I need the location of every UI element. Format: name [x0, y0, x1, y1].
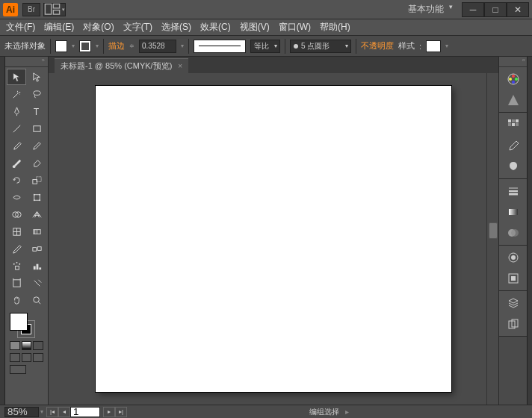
workspace-dropdown[interactable]: 基本功能	[402, 1, 456, 17]
prev-artboard-button[interactable]: ◂	[58, 407, 70, 417]
perspective-grid-tool[interactable]	[27, 206, 46, 222]
close-button[interactable]: ✕	[507, 2, 529, 17]
svg-rect-45	[508, 123, 511, 126]
stroke-swatch[interactable]	[79, 40, 91, 52]
swatches-panel-icon[interactable]	[501, 114, 526, 135]
svg-rect-43	[512, 119, 515, 122]
opacity-label[interactable]: 不透明度	[361, 40, 394, 52]
minimize-button[interactable]: ─	[462, 2, 484, 17]
style-swatch[interactable]	[426, 40, 441, 52]
fill-swatch[interactable]	[55, 40, 67, 52]
fill-stroke-picker[interactable]	[10, 313, 35, 338]
stroke-profile-preview[interactable]	[194, 40, 246, 53]
profile-dropdown[interactable]: 等比	[250, 40, 280, 53]
direct-selection-tool[interactable]	[27, 69, 46, 85]
maximize-button[interactable]: □	[484, 2, 507, 17]
right-panel-tab[interactable]: «	[499, 57, 528, 67]
pen-tool[interactable]	[7, 103, 26, 119]
tools-panel: » T	[5, 57, 49, 405]
menu-effect[interactable]: 效果(C)	[200, 21, 231, 34]
tools-panel-tab[interactable]: »	[5, 57, 48, 67]
brushes-panel-icon[interactable]	[501, 135, 526, 156]
hand-tool[interactable]	[7, 292, 26, 308]
menu-select[interactable]: 选择(S)	[161, 21, 191, 34]
zoom-tool[interactable]	[27, 292, 46, 308]
menu-window[interactable]: 窗口(W)	[279, 21, 311, 34]
menu-file[interactable]: 文件(F)	[6, 21, 35, 34]
svg-point-27	[16, 261, 17, 263]
menu-help[interactable]: 帮助(H)	[320, 21, 350, 34]
arrange-docs-button[interactable]: ▾	[43, 3, 66, 16]
none-mode-btn[interactable]	[33, 341, 43, 350]
column-graph-tool[interactable]	[27, 258, 46, 274]
svg-text:T: T	[33, 107, 39, 117]
rotate-tool[interactable]	[7, 172, 26, 188]
right-dock-edge[interactable]	[527, 57, 532, 405]
gradient-mode-btn[interactable]	[22, 341, 32, 350]
stroke-panel-icon[interactable]	[501, 181, 526, 202]
screen-mode-btn[interactable]	[10, 365, 26, 374]
eyedropper-tool[interactable]	[7, 240, 26, 257]
color-guide-panel-icon[interactable]	[501, 90, 526, 110]
svg-point-39	[515, 78, 518, 81]
fill-color[interactable]	[10, 313, 28, 331]
eraser-tool[interactable]	[27, 155, 46, 171]
mesh-tool[interactable]	[7, 223, 26, 240]
last-artboard-button[interactable]: ▸|	[115, 407, 127, 417]
artboard-tool[interactable]	[7, 275, 26, 291]
stroke-label[interactable]: 描边	[108, 40, 125, 52]
rectangle-tool[interactable]	[27, 120, 46, 137]
zoom-input[interactable]	[4, 407, 39, 417]
blend-tool[interactable]	[27, 240, 46, 257]
menubar: 文件(F) 编辑(E) 对象(O) 文字(T) 选择(S) 效果(C) 视图(V…	[0, 19, 532, 36]
draw-behind-btn[interactable]	[22, 353, 32, 362]
graphic-styles-panel-icon[interactable]	[501, 268, 526, 289]
selection-tool[interactable]	[7, 69, 26, 85]
scale-tool[interactable]	[27, 172, 46, 188]
type-tool[interactable]: T	[27, 103, 46, 119]
color-panel-icon[interactable]	[501, 69, 526, 90]
next-artboard-button[interactable]: ▸	[103, 407, 115, 417]
slice-tool[interactable]	[27, 275, 46, 291]
gradient-panel-icon[interactable]	[501, 202, 526, 222]
document-tab-close[interactable]: ×	[178, 62, 182, 70]
line-tool[interactable]	[7, 120, 26, 137]
magic-wand-tool[interactable]	[7, 86, 26, 102]
symbols-panel-icon[interactable]	[501, 156, 526, 177]
gradient-tool[interactable]	[27, 223, 46, 240]
svg-rect-29	[33, 266, 35, 269]
blob-brush-tool[interactable]	[7, 155, 26, 171]
menu-type[interactable]: 文字(T)	[123, 21, 152, 34]
color-mode-btn[interactable]	[10, 341, 20, 350]
first-artboard-button[interactable]: |◂	[46, 407, 58, 417]
stroke-weight-input[interactable]	[139, 40, 176, 53]
canvas-area[interactable]	[49, 73, 498, 405]
left-dock-edge[interactable]	[0, 57, 5, 405]
document-tab-title: 未标题-1 @ 85% (CMYK/预览)	[61, 60, 172, 72]
selection-label: 未选择对象	[4, 40, 46, 52]
vertical-scrollbar-thumb[interactable]	[489, 222, 498, 239]
status-menu-button[interactable]: ▸	[345, 408, 356, 416]
vertical-scrollbar[interactable]	[486, 73, 498, 405]
menu-edit[interactable]: 编辑(E)	[44, 21, 74, 34]
artboard-number-input[interactable]	[70, 407, 100, 417]
lasso-tool[interactable]	[27, 86, 46, 102]
artboards-panel-icon[interactable]	[501, 314, 526, 334]
draw-inside-btn[interactable]	[33, 353, 43, 362]
free-transform-tool[interactable]	[27, 189, 46, 205]
draw-normal-btn[interactable]	[10, 353, 20, 362]
appearance-panel-icon[interactable]	[501, 247, 526, 268]
paintbrush-tool[interactable]	[7, 137, 26, 154]
symbol-sprayer-tool[interactable]	[7, 258, 26, 274]
layers-panel-icon[interactable]	[501, 293, 526, 314]
document-tab[interactable]: 未标题-1 @ 85% (CMYK/预览) ×	[55, 58, 188, 73]
shape-builder-tool[interactable]	[7, 206, 26, 222]
transparency-panel-icon[interactable]	[501, 222, 526, 243]
menu-object[interactable]: 对象(O)	[83, 21, 114, 34]
artboard[interactable]	[96, 86, 451, 392]
brush-dropdown[interactable]: 5 点圆形	[290, 40, 351, 53]
menu-view[interactable]: 视图(V)	[240, 21, 270, 34]
bridge-button[interactable]: Br	[22, 3, 40, 16]
width-tool[interactable]	[7, 189, 26, 205]
pencil-tool[interactable]	[27, 137, 46, 154]
